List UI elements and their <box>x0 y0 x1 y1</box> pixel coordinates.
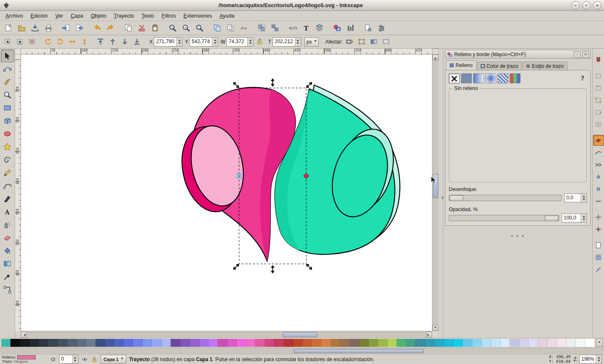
paint-no-paint[interactable] <box>449 73 460 83</box>
toolbar-button-document-properties[interactable] <box>362 22 374 34</box>
opacity-spinbox[interactable]: 100,0 <box>562 214 587 222</box>
tool-spray[interactable] <box>1 218 14 231</box>
palette-swatch-46[interactable] <box>435 339 444 347</box>
tool-node-editor[interactable] <box>1 62 14 75</box>
blur-slider-thumb[interactable] <box>450 196 463 201</box>
palette-swatch-59[interactable] <box>557 339 566 347</box>
toolbar-button-paste[interactable] <box>148 22 161 34</box>
canvas[interactable] <box>21 54 432 331</box>
current-layer-dropdown[interactable]: Capa 1 <box>101 355 126 364</box>
toolbar-button-select-all-in-all-layers[interactable] <box>14 36 26 48</box>
toolbar-button-text-and-font[interactable]: T <box>299 22 312 34</box>
palette-swatch-10[interactable] <box>96 339 105 347</box>
palette-swatch-23[interactable] <box>218 339 227 347</box>
horizontal-ruler[interactable]: 50100150200250300350400450500550600650 <box>21 49 432 54</box>
toolbar-button-group[interactable] <box>255 22 268 34</box>
toolbar-button-save-document[interactable] <box>29 22 41 34</box>
palette-swatch-13[interactable] <box>124 339 133 347</box>
toolbar-button-transform-corners[interactable] <box>356 36 368 48</box>
toolbar-button-rotate-90-ccw[interactable] <box>42 36 54 48</box>
toolbar-button-flip-horizontal[interactable] <box>66 36 78 48</box>
menu-objeto[interactable]: Objeto <box>87 12 110 20</box>
height-field[interactable]: 202,212 <box>273 37 301 46</box>
toolbar-button-transform-gradients[interactable] <box>368 36 380 48</box>
y-field[interactable]: 542,774 <box>190 37 218 46</box>
toolbar-button-copy[interactable] <box>122 22 134 34</box>
palette-swatch-37[interactable] <box>350 339 359 347</box>
tool-paint-bucket[interactable] <box>1 244 14 257</box>
tool-zoom[interactable] <box>1 88 14 101</box>
title-bar[interactable]: /home/caciquitxs/Escritorio/Logo4/logo5.… <box>0 0 604 11</box>
palette-swatch-41[interactable] <box>388 339 397 347</box>
tool-rectangle[interactable] <box>1 101 14 114</box>
scroll-right-button[interactable] <box>426 332 432 338</box>
toolbar-button-zoom-selection[interactable] <box>166 22 179 34</box>
menu-ayuda[interactable]: Ayuda <box>216 12 238 20</box>
scroll-down-button[interactable] <box>432 325 438 331</box>
snap-button-snap-object-centers[interactable] <box>593 212 604 222</box>
palette-swatch-6[interactable] <box>58 339 67 347</box>
toolbar-button-lower-to-bottom[interactable] <box>131 36 143 48</box>
snap-button-snap-bbox-centers[interactable] <box>593 119 604 130</box>
dock-resize-gutter[interactable] <box>439 49 443 338</box>
palette-swatch-9[interactable] <box>86 339 95 347</box>
toolbar-button-import[interactable] <box>60 22 72 34</box>
vertical-ruler[interactable]: 750700650600550500450400 <box>15 54 21 331</box>
palette-swatch-25[interactable] <box>237 339 246 347</box>
tab-color-de-trazo[interactable]: Color de trazo <box>477 62 522 70</box>
toolbar-button-deselect[interactable] <box>26 36 38 48</box>
units-dropdown[interactable]: px <box>305 37 319 46</box>
palette-swatch-1[interactable] <box>10 339 20 347</box>
palette-swatch-26[interactable] <box>246 339 255 347</box>
palette-swatch-21[interactable] <box>199 339 208 347</box>
fill-stroke-indicator[interactable]: Relleno: Trazo:Ninguno <box>2 355 48 364</box>
opacity-slider-thumb[interactable] <box>545 216 558 221</box>
vertical-scroll-thumb[interactable] <box>433 174 438 198</box>
toolbar-button-xml-editor[interactable]: </> <box>286 22 299 34</box>
snap-button-snap-page-border[interactable] <box>593 240 604 250</box>
palette-swatch-53[interactable] <box>500 339 510 347</box>
palette-swatch-39[interactable] <box>369 339 378 347</box>
toolbar-button-preferences[interactable] <box>375 22 388 34</box>
snap-button-snap-path-intersections[interactable] <box>593 159 604 170</box>
toolbar-button-print[interactable] <box>42 22 55 34</box>
tool-star[interactable] <box>1 140 14 153</box>
palette-swatch-54[interactable] <box>510 339 519 347</box>
toolbar-button-select-all[interactable] <box>2 36 13 48</box>
palette-swatch-22[interactable] <box>208 339 218 347</box>
toolbar-button-cut[interactable] <box>135 22 148 34</box>
snap-button-snap-grid[interactable] <box>593 252 604 263</box>
palette-swatch-29[interactable] <box>274 339 284 347</box>
palette-swatch-16[interactable] <box>152 339 161 347</box>
menu-capa[interactable]: Capa <box>67 12 87 20</box>
panel-close-button[interactable]: ✕ <box>582 51 589 58</box>
palette-swatch-17[interactable] <box>161 339 171 347</box>
opacity-slider[interactable] <box>449 215 559 221</box>
toolbar-button-ungroup[interactable] <box>268 22 281 34</box>
scale-handle-top-right[interactable] <box>305 81 314 90</box>
blur-spinbox[interactable]: 0,0 <box>564 194 587 202</box>
palette-swatch-45[interactable] <box>425 339 434 347</box>
toolbar-button-undo[interactable] <box>91 22 103 34</box>
palette-swatch-18[interactable] <box>171 339 180 347</box>
palette-swatch-2[interactable] <box>20 339 29 347</box>
palette-swatch-7[interactable] <box>67 339 76 347</box>
palette-swatch-38[interactable] <box>359 339 368 347</box>
tool-box-3d[interactable] <box>1 114 14 127</box>
paint-swatch[interactable] <box>510 73 521 83</box>
snap-button-snap-bbox-corners[interactable] <box>593 95 604 106</box>
palette-swatch-15[interactable] <box>143 339 152 347</box>
snap-button-snap-bbox[interactable] <box>593 70 604 81</box>
toolbar-button-zoom-page[interactable] <box>193 22 206 34</box>
toolbar-button-transform-patterns[interactable] <box>380 36 392 48</box>
toolbar-button-zoom-drawing[interactable] <box>180 22 192 34</box>
toolbar-button-rotate-90-cw[interactable] <box>54 36 66 48</box>
paint-pattern[interactable] <box>497 73 508 83</box>
palette-swatch-20[interactable] <box>190 339 199 347</box>
palette-swatch-60[interactable] <box>566 339 575 347</box>
palette-swatch-61[interactable] <box>576 339 585 347</box>
tab-estilo-de-trazo[interactable]: Estilo de trazo <box>522 62 568 70</box>
paint-radial-gradient[interactable] <box>485 73 496 83</box>
tool-spiral[interactable] <box>1 153 14 166</box>
ruler-toggle-corner[interactable] <box>432 49 439 54</box>
